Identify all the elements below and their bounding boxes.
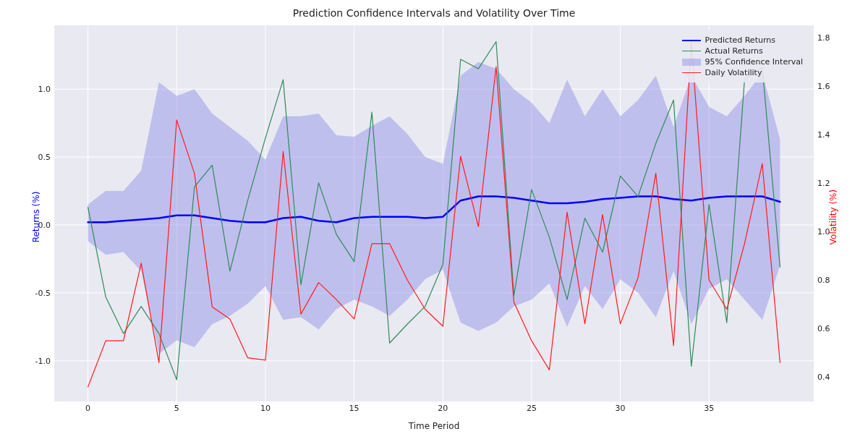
y-right-tick-label: 1.4 [817, 129, 861, 139]
chart-title: Prediction Confidence Intervals and Vola… [0, 7, 868, 19]
y-left-tick-label: 0.5 [7, 153, 51, 162]
y-left-tick-label: -1.0 [7, 356, 51, 365]
y-right-tick-label: 1.0 [817, 227, 861, 237]
y-axis-left-label: Returns (%) [11, 0, 62, 434]
y-right-tick-label: 1.8 [817, 33, 861, 42]
legend-swatch-predicted [682, 37, 701, 44]
x-tick-label: 30 [616, 404, 626, 413]
x-tick-label: 20 [438, 404, 448, 413]
legend-item-volatility: Daily Volatility [682, 67, 803, 78]
legend-label-volatility: Daily Volatility [705, 68, 762, 77]
y-left-tick-label: -0.5 [7, 288, 51, 297]
x-tick-label: 15 [349, 404, 359, 413]
legend-item-actual: Actual Returns [682, 46, 803, 56]
y-right-tick-label: 0.8 [817, 276, 861, 285]
legend-swatch-actual [682, 48, 701, 55]
x-tick-label: 35 [704, 404, 714, 413]
y-right-tick-label: 1.2 [817, 179, 861, 188]
x-tick-label: 10 [260, 404, 271, 413]
x-tick-label: 25 [527, 404, 537, 413]
legend-label-predicted: Predicted Returns [705, 35, 775, 45]
legend-label-actual: Actual Returns [705, 46, 763, 56]
y-left-tick-label: 0.0 [7, 220, 51, 229]
y-right-tick-label: 0.6 [817, 324, 861, 333]
legend-swatch-volatility [682, 69, 701, 77]
legend-item-predicted: Predicted Returns [682, 35, 803, 46]
legend-label-ci: 95% Confidence Interval [705, 57, 803, 67]
y-left-tick-label: 1.0 [7, 85, 51, 94]
y-right-tick-label: 0.4 [817, 373, 861, 382]
x-axis-label: Time Period [54, 421, 814, 431]
x-tick-label: 5 [174, 404, 179, 413]
confidence-band [88, 62, 780, 354]
x-tick-label: 0 [85, 404, 90, 413]
legend: Predicted Returns Actual Returns 95% Con… [676, 30, 809, 82]
figure: Prediction Confidence Intervals and Vola… [0, 0, 868, 434]
y-right-tick-label: 1.6 [817, 81, 861, 90]
y-axis-right-label: Volatility (%) [806, 0, 861, 434]
legend-item-ci: 95% Confidence Interval [682, 56, 803, 67]
legend-swatch-ci [682, 59, 701, 66]
